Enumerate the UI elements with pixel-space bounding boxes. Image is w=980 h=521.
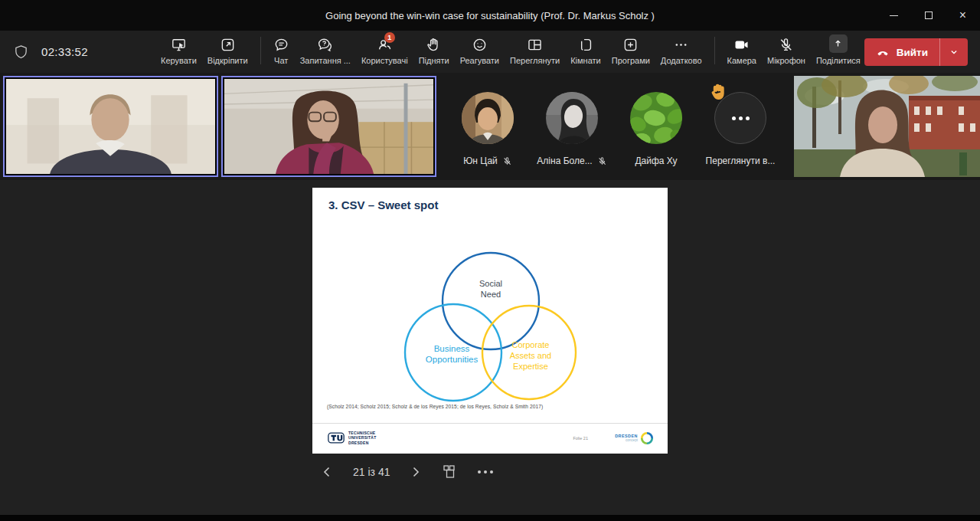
- camera-button[interactable]: Камера: [722, 36, 762, 65]
- venn-label-social-2: Need: [481, 290, 501, 299]
- participant-name: Переглянути в...: [706, 156, 776, 166]
- window-controls: ×: [877, 0, 980, 31]
- raise-hand-button[interactable]: Підняти: [413, 36, 455, 65]
- tu-dresden-logo: TECHNISCHE UNIVERSITÄT DRESDEN: [327, 431, 377, 445]
- slide-more-options-button[interactable]: [478, 470, 493, 473]
- close-icon: ×: [959, 9, 966, 21]
- question-bubble-icon: [317, 36, 333, 53]
- dot: [478, 470, 481, 473]
- chat-button[interactable]: Чат: [268, 36, 295, 65]
- apps-label: Програми: [612, 56, 650, 65]
- maximize-icon: [925, 11, 933, 19]
- video-tile-speaker-1[interactable]: [3, 76, 218, 177]
- dresden-concept-logo: DRESDEN concept: [615, 431, 654, 445]
- video-frame-man: [6, 79, 215, 174]
- chat-icon: [273, 36, 289, 53]
- meeting-info: 02:33:52: [14, 31, 88, 73]
- chevron-left-icon: [322, 466, 332, 478]
- avatar-row: Юн Цай Аліна Боле...: [446, 92, 782, 166]
- video-tile-speaker-2[interactable]: [221, 76, 436, 177]
- bottom-strip: [0, 515, 980, 521]
- avatar: [462, 92, 514, 144]
- chat-label: Чат: [274, 56, 288, 65]
- leave-options-button[interactable]: [940, 38, 968, 66]
- manage-label: Керувати: [161, 56, 197, 65]
- smiley-icon: [472, 36, 488, 53]
- video-feed: [6, 79, 215, 174]
- slide[interactable]: 3. CSV – Sweet spot Social Need Business…: [312, 188, 668, 454]
- avatar-photo-man: [462, 92, 514, 144]
- venn-label-business-1: Business: [434, 344, 470, 353]
- toolbar-divider: [714, 37, 715, 64]
- video-frame-woman-outdoors: [794, 76, 980, 177]
- video-frame-woman-glasses: [224, 79, 433, 174]
- slide-navigation: 21 із 41: [322, 464, 493, 480]
- video-feed: [224, 79, 433, 174]
- avatar-photo-green-beans: [630, 92, 682, 144]
- previous-slide-button[interactable]: [322, 466, 332, 478]
- share-icon: [829, 36, 848, 53]
- overflow-participants[interactable]: Переглянути в...: [698, 92, 782, 166]
- participant-name: Юн Цай: [463, 156, 498, 166]
- participants-label: Користувачі: [361, 56, 408, 65]
- window-title: Going beyond the win-win case for sustai…: [325, 10, 655, 21]
- microphone-button[interactable]: Мікрофон: [762, 36, 811, 65]
- venn-label-corporate-2: Assets and: [510, 351, 551, 360]
- chevron-down-icon: [949, 47, 959, 57]
- meeting-timer: 02:33:52: [41, 45, 88, 58]
- meeting-toolbar: 02:33:52 Керувати Відкріпити Чат: [0, 31, 980, 73]
- toolbar-divider: [260, 37, 261, 64]
- share-button[interactable]: Поділитися: [811, 36, 866, 65]
- venn-label-social-1: Social: [479, 279, 502, 288]
- tu-org-line: DRESDEN: [348, 441, 377, 445]
- participant-name: Аліна Боле...: [537, 156, 592, 166]
- slide-sorter-button[interactable]: [442, 464, 457, 480]
- raise-hand-label: Підняти: [419, 56, 449, 65]
- mic-off-icon: [502, 156, 512, 166]
- react-label: Реагувати: [460, 56, 499, 65]
- mic-off-icon: [778, 36, 794, 53]
- minimize-icon: [890, 15, 898, 16]
- microphone-label: Мікрофон: [767, 56, 805, 65]
- window-titlebar: Going beyond the win-win case for sustai…: [0, 0, 980, 31]
- maximize-button[interactable]: [911, 0, 946, 31]
- rooms-label: Кімнати: [570, 56, 601, 65]
- video-tile-self[interactable]: [794, 76, 980, 177]
- participant-daifa[interactable]: Дайфа Ху: [614, 92, 698, 166]
- view-label: Переглянути: [510, 56, 560, 65]
- next-slide-button[interactable]: [410, 466, 421, 478]
- participants-button[interactable]: 1 Користувачі: [356, 36, 413, 65]
- apps-button[interactable]: Програми: [606, 36, 655, 65]
- qa-label: Запитання ...: [300, 56, 351, 65]
- more-button[interactable]: Додатково: [655, 36, 707, 65]
- minimize-button[interactable]: [877, 0, 911, 31]
- dot: [490, 470, 493, 473]
- view-button[interactable]: Переглянути: [505, 36, 565, 65]
- unpin-button[interactable]: Відкріпити: [202, 36, 253, 65]
- apps-plus-icon: [622, 36, 639, 53]
- participant-yun-tsai[interactable]: Юн Цай: [446, 92, 530, 166]
- more-label: Додатково: [661, 56, 702, 65]
- venn-diagram: Social Need Business Opportunities Corpo…: [312, 188, 668, 454]
- leave-button[interactable]: Вийти: [864, 38, 939, 66]
- participant-alina[interactable]: Аліна Боле...: [530, 92, 614, 166]
- monitor-cursor-icon: [171, 36, 187, 53]
- qa-button[interactable]: Запитання ...: [295, 36, 356, 65]
- dot: [732, 116, 736, 120]
- react-button[interactable]: Реагувати: [455, 36, 505, 65]
- participant-name: Дайфа Ху: [635, 156, 677, 166]
- mic-off-icon: [597, 156, 607, 166]
- presentation-stage: 3. CSV – Sweet spot Social Need Business…: [0, 180, 980, 515]
- tu-org-line: UNIVERSITÄT: [348, 435, 377, 440]
- manage-button[interactable]: Керувати: [155, 36, 202, 65]
- venn-label-corporate-1: Corporate: [512, 340, 550, 349]
- camera-label: Камера: [727, 56, 756, 65]
- rooms-button[interactable]: Кімнати: [565, 36, 606, 65]
- slide-citation: (Scholz 2014; Scholz 2015; Scholz & de l…: [327, 404, 543, 409]
- leave-label: Вийти: [897, 47, 928, 58]
- close-button[interactable]: ×: [946, 0, 980, 31]
- participants-badge: 1: [384, 32, 395, 43]
- dot: [739, 116, 743, 120]
- avatar-photo-woman-bw: [546, 92, 598, 144]
- raise-hand-icon: [426, 36, 442, 53]
